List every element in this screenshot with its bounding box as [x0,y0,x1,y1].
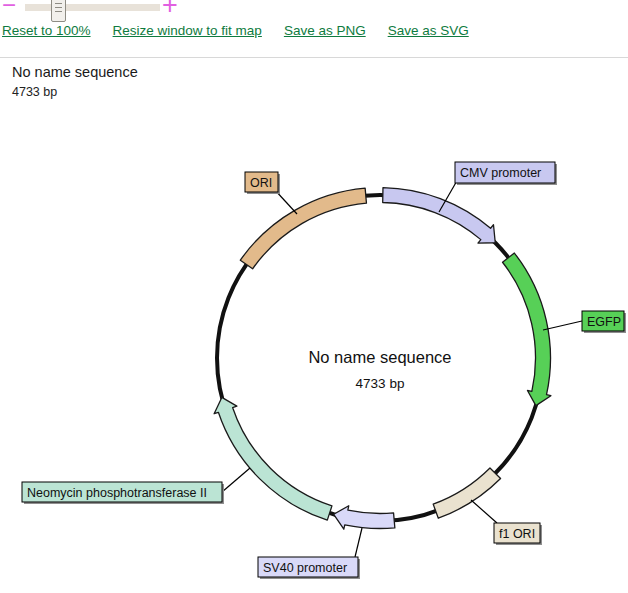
feature-arc-f1-ori[interactable] [433,468,500,518]
save-as-png-link[interactable]: Save as PNG [284,23,366,38]
zoom-slider-track[interactable] [25,4,160,11]
feature-arc-neomycin-phosphotransferase-ii[interactable] [214,397,332,520]
leader-line-neomycin-phosphotransferase-ii [222,468,250,492]
reset-to-100-link[interactable]: Reset to 100% [2,23,91,38]
feature-label-text-egfp: EGFP [587,315,621,329]
plasmid-map-svg: CMV promoterEGFPf1 ORISV40 promoterNeomy… [0,58,628,593]
feature-arc-cmv-promoter[interactable] [383,188,496,244]
feature-label-text-neomycin-phosphotransferase-ii: Neomycin phosphotransferase II [27,486,207,500]
slider-grip-icon [55,3,62,13]
toolbar-links: Reset to 100% Resize window to fit map S… [2,23,469,38]
feature-label-text-f1-ori: f1 ORI [499,527,535,541]
zoom-in-button[interactable]: + [162,0,178,19]
feature-label-text-ori: ORI [250,176,272,190]
feature-label-text-sv40-promoter: SV40 promoter [263,561,347,575]
zoom-slider-thumb[interactable] [51,0,66,22]
zoom-toolbar: − + Reset to 100% Resize window to fit m… [0,0,628,57]
resize-window-link[interactable]: Resize window to fit map [113,23,262,38]
feature-label-text-cmv-promoter: CMV promoter [460,166,541,180]
map-center-subtitle: 4733 bp [356,376,405,391]
save-as-svg-link[interactable]: Save as SVG [388,23,469,38]
leader-line-sv40-promoter [355,528,362,557]
leader-line-f1-ori [471,500,497,523]
map-panel: No name sequence 4733 bp CMV promoterEGF… [0,57,628,593]
feature-arc-ori[interactable] [240,188,366,269]
zoom-out-button[interactable]: − [2,0,16,17]
feature-arc-sv40-promoter[interactable] [334,506,395,529]
leader-line-egfp [543,321,582,330]
map-center-title: No name sequence [308,348,451,366]
